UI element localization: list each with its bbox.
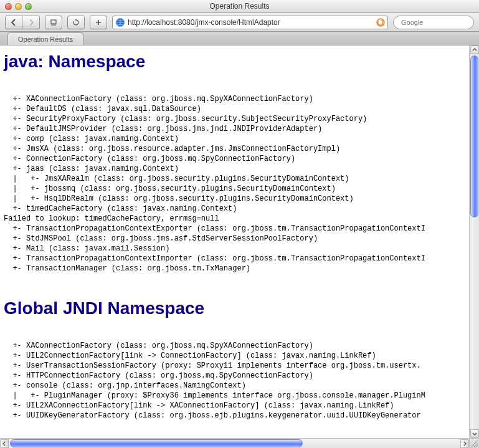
scroll-right-button[interactable] bbox=[460, 439, 469, 448]
url-text: http://localhost:8080/jmx-console/HtmlAd… bbox=[128, 18, 374, 27]
url-bar[interactable]: http://localhost:8080/jmx-console/HtmlAd… bbox=[112, 16, 388, 29]
heading-global-namespace: Global JNDI Namespace bbox=[4, 298, 465, 318]
plus-icon bbox=[95, 19, 102, 26]
bookmark-button[interactable] bbox=[45, 16, 62, 29]
search-field-wrap[interactable] bbox=[393, 16, 474, 29]
zoom-window-button[interactable] bbox=[25, 3, 32, 10]
browser-toolbar: http://localhost:8080/jmx-console/HtmlAd… bbox=[0, 13, 479, 32]
forward-button[interactable] bbox=[22, 16, 40, 29]
reload-icon bbox=[72, 19, 80, 26]
add-tab-button[interactable] bbox=[90, 16, 107, 29]
site-favicon bbox=[115, 17, 125, 27]
jndi-tree-java: +- XAConnectionFactory (class: org.jboss… bbox=[4, 94, 465, 274]
resize-grip[interactable] bbox=[469, 438, 479, 448]
chevron-up-icon bbox=[472, 47, 477, 52]
chevron-left-icon bbox=[2, 441, 7, 446]
forward-icon bbox=[27, 19, 35, 26]
globe-icon bbox=[115, 17, 125, 27]
hscroll-track[interactable] bbox=[10, 439, 459, 447]
scroll-down-button[interactable] bbox=[470, 429, 479, 438]
scroll-up-button[interactable] bbox=[470, 45, 479, 54]
search-input[interactable] bbox=[401, 19, 479, 26]
bookmark-icon bbox=[50, 19, 57, 26]
jndi-tree-global: +- XAConnectionFactory (class: org.jboss… bbox=[4, 341, 465, 421]
tab-label: Operation Results bbox=[18, 36, 73, 43]
back-icon bbox=[10, 19, 17, 26]
page-body: java: Namespace +- XAConnectionFactory (… bbox=[0, 45, 469, 438]
content-area: java: Namespace +- XAConnectionFactory (… bbox=[0, 45, 479, 448]
window-title: Operation Results bbox=[209, 2, 269, 11]
resize-icon bbox=[470, 439, 478, 447]
hscroll-thumb[interactable] bbox=[10, 439, 303, 447]
vscroll-thumb[interactable] bbox=[470, 55, 478, 217]
vscroll-track[interactable] bbox=[470, 55, 478, 428]
close-window-button[interactable] bbox=[5, 3, 12, 10]
svg-rect-0 bbox=[51, 20, 56, 24]
chevron-right-icon bbox=[462, 441, 467, 446]
chevron-down-icon bbox=[472, 431, 477, 436]
back-button[interactable] bbox=[5, 16, 22, 29]
minimize-window-button[interactable] bbox=[15, 3, 22, 10]
horizontal-scrollbar[interactable] bbox=[0, 438, 469, 448]
tab-operation-results[interactable]: Operation Results bbox=[7, 32, 83, 45]
url-status-icon bbox=[376, 18, 385, 27]
stop-reload-icon bbox=[376, 18, 385, 27]
page-viewport: java: Namespace +- XAConnectionFactory (… bbox=[0, 45, 469, 438]
scroll-left-button[interactable] bbox=[0, 439, 9, 448]
heading-java-namespace: java: Namespace bbox=[4, 52, 465, 72]
traffic-lights bbox=[5, 3, 32, 10]
window-titlebar: Operation Results bbox=[0, 0, 479, 13]
vertical-scrollbar[interactable] bbox=[469, 45, 479, 438]
tab-bar: Operation Results bbox=[0, 32, 479, 45]
reload-button[interactable] bbox=[67, 16, 85, 29]
